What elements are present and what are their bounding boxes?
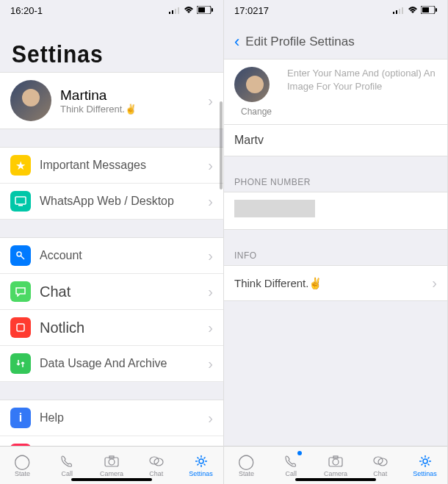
info-row[interactable]: Think Different.✌ ›	[224, 265, 447, 301]
tab-state[interactable]: ◯ State	[224, 447, 269, 484]
chevron-right-icon: ›	[208, 193, 213, 210]
chat-bubbles-icon	[372, 453, 389, 469]
name-input[interactable]: Martv	[224, 125, 447, 156]
tab-label: Camera	[324, 470, 347, 477]
chevron-right-icon: ›	[208, 283, 213, 300]
profile-edit-block: Change Enter Your Name And (optional) An…	[224, 59, 447, 125]
row-label: Chat	[40, 283, 208, 300]
svg-point-30	[423, 459, 427, 463]
svg-rect-1	[172, 10, 173, 14]
star-icon: ★	[10, 155, 31, 176]
change-photo-link[interactable]: Change	[241, 106, 272, 117]
tab-label: Call	[61, 470, 73, 477]
row-important-messages[interactable]: ★ Important Messages ›	[0, 147, 223, 184]
svg-rect-6	[198, 7, 205, 12]
svg-point-13	[109, 459, 115, 465]
status-icons	[393, 5, 437, 16]
row-web-desktop[interactable]: WhatsApp Web / Desktop ›	[0, 184, 223, 220]
battery-icon	[197, 5, 213, 16]
tab-state[interactable]: ◯ State	[0, 447, 45, 484]
phone-icon	[59, 453, 74, 469]
header-title: Edit Profile Settinas	[245, 35, 354, 49]
svg-point-26	[333, 459, 339, 465]
svg-rect-5	[212, 8, 213, 12]
gear-icon	[194, 453, 209, 469]
back-button[interactable]: ‹	[234, 32, 239, 51]
page-title: Settinas	[0, 21, 223, 75]
row-label: Notlich	[40, 319, 208, 336]
chevron-right-icon: ›	[208, 355, 213, 372]
scroll-indicator[interactable]	[220, 101, 223, 189]
name-prompt: Enter Your Name And (optional) An Image …	[287, 67, 437, 117]
tab-label: Settinas	[413, 470, 437, 477]
chevron-right-icon: ›	[208, 93, 213, 109]
info-section-header: INFO	[224, 246, 447, 265]
svg-rect-24	[422, 7, 429, 12]
home-indicator[interactable]	[71, 478, 152, 481]
profile-text: Martina Think Different.✌	[60, 87, 208, 115]
svg-rect-7	[15, 197, 26, 204]
avatar[interactable]	[234, 67, 270, 102]
profile-row[interactable]: Martina Think Different.✌ ›	[0, 72, 223, 129]
camera-icon	[104, 453, 120, 469]
chevron-right-icon: ›	[208, 157, 213, 174]
section-messages: ★ Important Messages › WhatsApp Web / De…	[0, 147, 223, 220]
status-bar: 17:0217	[224, 0, 447, 21]
row-tell-friend[interactable]: ♥ Tell A Friend	[0, 436, 223, 446]
notification-icon	[10, 317, 31, 338]
info-icon: i	[10, 408, 31, 428]
phone-section-header: PHONE NUMBER	[224, 173, 447, 192]
profile-name: Martina	[60, 87, 208, 104]
chevron-right-icon: ›	[432, 275, 437, 292]
signal-icon	[393, 5, 405, 16]
desktop-icon	[10, 191, 31, 212]
tab-label: Chat	[149, 470, 163, 477]
tab-label: Chat	[373, 470, 387, 477]
profile-status: Think Different.✌	[60, 104, 208, 115]
status-time: 16:20-1	[10, 5, 43, 16]
data-icon	[10, 353, 31, 374]
svg-rect-3	[178, 7, 179, 14]
row-account[interactable]: Account ›	[0, 237, 223, 274]
status-icons	[169, 5, 213, 16]
section-settings: Account › Chat › Notlich ›	[0, 237, 223, 382]
edit-content: Change Enter Your Name And (optional) An…	[224, 59, 447, 446]
row-data-usage[interactable]: Data Usage And Archive ›	[0, 346, 223, 382]
row-chat[interactable]: Chat ›	[0, 274, 223, 310]
home-indicator[interactable]	[295, 478, 376, 481]
row-help[interactable]: i Help ›	[0, 400, 223, 436]
edit-profile-screen: 17:0217 ‹ Edit Profile Settinas Change E…	[224, 0, 448, 484]
tab-label: Settinas	[189, 470, 213, 477]
row-label: Account	[40, 249, 208, 262]
phone-number-redacted	[234, 200, 315, 217]
chat-bubbles-icon	[148, 453, 165, 469]
wifi-icon	[408, 5, 418, 16]
avatar-column: Change	[234, 67, 278, 117]
section-help: i Help › ♥ Tell A Friend	[0, 400, 223, 446]
status-circle-icon: ◯	[14, 453, 30, 469]
edit-header: ‹ Edit Profile Settinas	[224, 21, 447, 59]
row-notifications[interactable]: Notlich ›	[0, 310, 223, 346]
avatar	[10, 80, 51, 121]
tab-label: Call	[285, 470, 297, 477]
chevron-right-icon: ›	[208, 410, 213, 427]
row-label: Data Usage And Archive	[40, 357, 208, 370]
battery-icon	[421, 5, 437, 16]
svg-rect-20	[399, 9, 400, 14]
tab-settings[interactable]: Settinas	[402, 447, 447, 484]
status-time: 17:0217	[234, 5, 269, 16]
tab-settings[interactable]: Settinas	[178, 447, 223, 484]
chevron-right-icon: ›	[208, 319, 213, 336]
settings-screen: 16:20-1 Settinas Martina Think Different…	[0, 0, 224, 484]
svg-rect-23	[436, 8, 437, 12]
svg-point-17	[199, 459, 203, 463]
row-label: Help	[40, 411, 208, 425]
camera-icon	[328, 453, 344, 469]
phone-icon	[283, 453, 298, 469]
tab-label: Camera	[100, 470, 123, 477]
svg-rect-18	[393, 12, 394, 14]
key-icon	[10, 245, 31, 266]
notification-dot-icon	[297, 451, 302, 455]
status-circle-icon: ◯	[238, 453, 254, 469]
signal-icon	[169, 5, 181, 16]
